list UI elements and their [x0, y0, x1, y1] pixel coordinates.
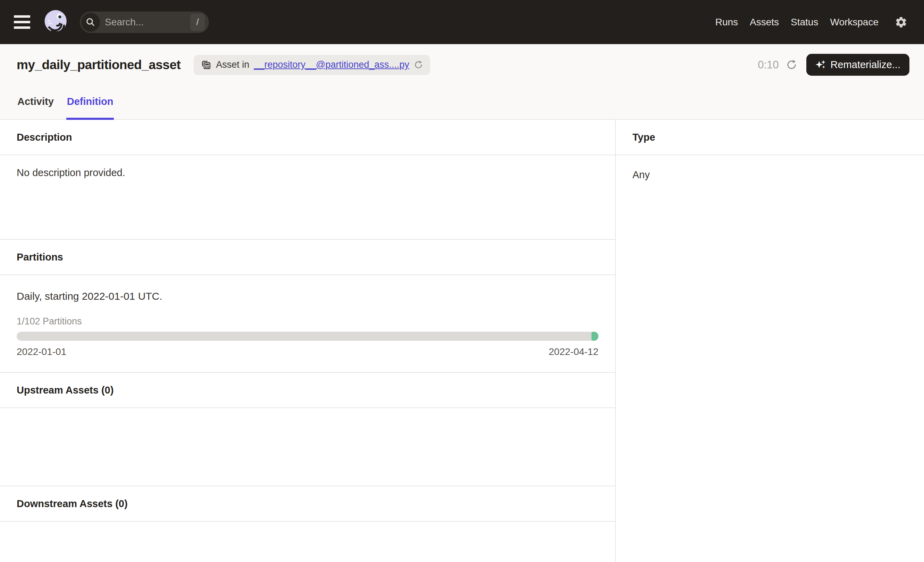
- repository-link[interactable]: __repository__@partitioned_ass....py: [254, 59, 409, 70]
- type-heading: Type: [616, 120, 924, 155]
- tab-definition[interactable]: Definition: [66, 96, 114, 119]
- asset-origin-badge: Asset in __repository__@partitioned_ass.…: [194, 55, 430, 75]
- partition-range-start: 2022-01-01: [16, 346, 66, 358]
- search-icon: [81, 13, 100, 32]
- type-value: Any: [616, 155, 924, 192]
- refresh-countdown: 0:10: [758, 59, 778, 71]
- nav-link-status[interactable]: Status: [785, 17, 824, 28]
- settings-gear-icon[interactable]: [895, 16, 908, 29]
- partitions-body: Daily, starting 2022-01-01 UTC. 1/102 Pa…: [0, 275, 615, 373]
- definition-content: Description No description provided. Par…: [0, 120, 924, 562]
- partitions-heading: Partitions: [0, 240, 615, 275]
- partition-definition-text: Daily, starting 2022-01-01 UTC.: [16, 290, 598, 302]
- menu-icon[interactable]: [14, 14, 33, 30]
- page-title: my_daily_partitioned_asset: [16, 58, 180, 72]
- partition-count-label: 1/102 Partitions: [16, 316, 598, 327]
- right-column: Type Any: [616, 120, 924, 562]
- left-column: Description No description provided. Par…: [0, 120, 616, 562]
- refresh-icon[interactable]: [786, 59, 797, 71]
- partition-progress-materialized: [591, 332, 598, 341]
- upstream-assets-heading: Upstream Assets (0): [0, 373, 615, 408]
- rematerialize-button[interactable]: Rematerialize...: [806, 54, 909, 76]
- tab-bar: Activity Definition: [0, 96, 924, 119]
- description-body: No description provided.: [0, 155, 615, 240]
- nav-link-assets[interactable]: Assets: [744, 17, 785, 28]
- tab-activity[interactable]: Activity: [16, 96, 54, 119]
- repository-icon: [201, 59, 212, 70]
- search-input[interactable]: [100, 17, 190, 28]
- nav-links: Runs Assets Status Workspace: [710, 17, 884, 28]
- description-heading: Description: [0, 120, 615, 155]
- search-box[interactable]: /: [80, 12, 209, 33]
- page-header: my_daily_partitioned_asset Asset in __re…: [0, 44, 924, 120]
- partition-range-end: 2022-04-12: [549, 346, 598, 358]
- partition-progress-bar: [16, 332, 598, 341]
- downstream-assets-body: [0, 522, 615, 562]
- upstream-assets-body: [0, 408, 615, 486]
- asset-detail-page: / Runs Assets Status Workspace my_daily_…: [0, 0, 924, 562]
- dagster-logo-icon: [42, 9, 69, 36]
- asset-in-label: Asset in: [216, 59, 249, 70]
- downstream-assets-heading: Downstream Assets (0): [0, 486, 615, 522]
- sparkle-icon: [815, 59, 826, 70]
- top-nav: / Runs Assets Status Workspace: [0, 0, 924, 44]
- nav-link-workspace[interactable]: Workspace: [824, 17, 884, 28]
- nav-link-runs[interactable]: Runs: [710, 17, 744, 28]
- reload-location-icon[interactable]: [414, 60, 423, 69]
- rematerialize-label: Rematerialize...: [831, 59, 900, 71]
- search-shortcut-key: /: [190, 14, 205, 31]
